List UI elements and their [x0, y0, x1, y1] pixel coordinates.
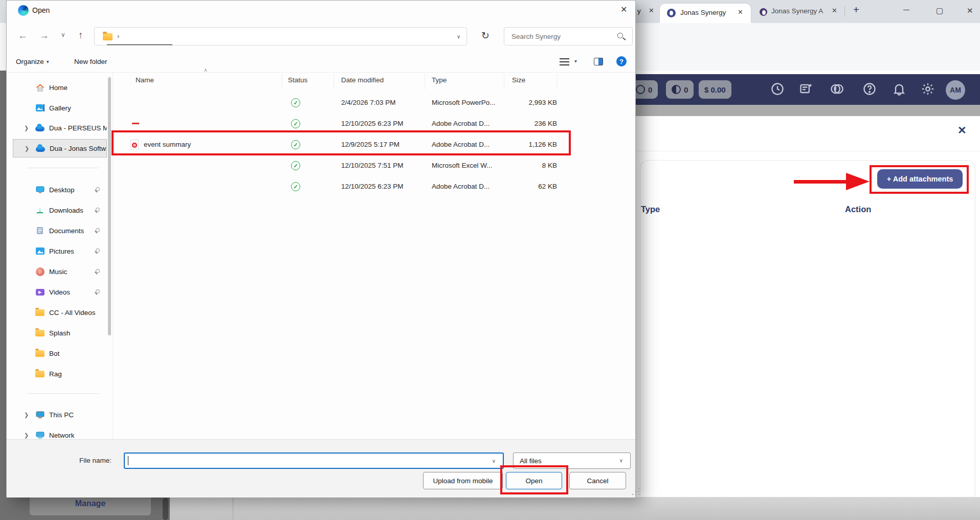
column-status[interactable]: Status — [288, 76, 307, 84]
sort-caret-icon: ˄ — [204, 67, 207, 73]
tab2-label[interactable]: Jonas Synergy A — [771, 7, 823, 15]
window-close-button[interactable]: ✕ — [967, 6, 973, 15]
expand-chevron-icon[interactable]: ❯ — [24, 432, 29, 439]
column-separator[interactable] — [282, 74, 282, 89]
sidebar-item-downloads[interactable]: ↓ Downloads — [13, 201, 107, 219]
sidebar-folder4-label: Rag — [49, 370, 62, 378]
tab-partial-label[interactable]: y — [637, 7, 641, 15]
dialog-help-icon[interactable]: ? — [616, 56, 627, 66]
preview-pane-icon[interactable] — [594, 58, 603, 65]
breadcrumb[interactable]: › ∨ — [94, 27, 467, 46]
money-icon[interactable] — [830, 82, 844, 96]
new-tab-button[interactable]: + — [853, 4, 859, 16]
gear-icon[interactable] — [921, 82, 935, 96]
column-name[interactable]: Name — [136, 76, 154, 84]
header-badge-currency[interactable]: $ 0.00 — [699, 80, 731, 99]
toolbar-divider — [7, 72, 635, 73]
tab1-close-icon[interactable]: ✕ — [738, 8, 743, 16]
window-minimize-button[interactable]: — — [903, 6, 909, 13]
badge2-value: 0 — [684, 85, 688, 94]
sidebar-item-documents[interactable]: Documents — [13, 221, 107, 240]
file-name-dropdown-icon[interactable]: ∨ — [492, 458, 496, 464]
file-name-input[interactable]: ∨ — [124, 453, 504, 469]
sidebar-item-this-pc[interactable]: ❯ This PC — [13, 405, 107, 424]
nav-forward-icon[interactable]: → — [39, 30, 49, 41]
sidebar-item-rag[interactable]: Rag — [13, 365, 107, 383]
file-name-label: File name: — [79, 457, 112, 464]
upload-label: Upload from mobile — [433, 477, 493, 485]
organize-menu[interactable]: Organize ▾ — [16, 58, 49, 65]
breadcrumb-dropdown-icon[interactable]: ∨ — [457, 34, 460, 39]
sidebar-item-pictures[interactable]: Pictures — [13, 242, 107, 260]
clock-icon[interactable] — [770, 82, 785, 96]
sidebar-pictures-label: Pictures — [49, 247, 74, 255]
pin-icon — [95, 248, 100, 254]
column-type[interactable]: Type — [432, 76, 447, 84]
badge1-value: 0 — [648, 85, 652, 94]
sidebar-item-gallery[interactable]: Gallery — [13, 99, 107, 117]
sidebar-item-splash[interactable]: Splash — [13, 324, 107, 342]
upload-from-mobile-button[interactable]: Upload from mobile — [423, 472, 503, 489]
sidebar-item-music[interactable]: ♪ Music — [13, 262, 107, 281]
screen: y ✕ Jonas Synergy ✕ Jonas Synergy A ✕ + … — [0, 0, 980, 520]
file-row[interactable]: ✓ 12/10/2025 6:23 PM Adobe Acrobat D... … — [114, 176, 635, 197]
expand-chevron-icon[interactable]: ❯ — [24, 125, 29, 131]
window-maximize-button[interactable]: ▢ — [936, 6, 943, 15]
videos-icon: ▶ — [35, 287, 44, 297]
file-date: 12/10/2025 6:23 PM — [341, 183, 404, 190]
file-size: 236 KB — [534, 120, 557, 127]
file-row[interactable]: ✓ 12/10/2025 7:51 PM Microsoft Excel W..… — [114, 155, 635, 176]
view-options-caret-icon[interactable]: ▾ — [574, 58, 577, 64]
nav-back-icon[interactable]: ← — [18, 30, 28, 41]
chat-sparkle-icon[interactable] — [799, 82, 813, 96]
onedrive-icon — [35, 123, 44, 132]
music-icon: ♪ — [35, 267, 44, 276]
resize-grip[interactable] — [632, 486, 641, 495]
sidebar-thispc-label: This PC — [49, 411, 74, 419]
sidebar-item-bot[interactable]: Bot — [13, 344, 107, 363]
tab-partial-close-icon[interactable]: ✕ — [649, 7, 654, 14]
nav-recent-chevron-icon[interactable]: ∨ — [61, 31, 65, 38]
organize-caret-icon: ▾ — [47, 59, 49, 64]
avatar-initials: AM — [950, 86, 961, 94]
dialog-search-box[interactable]: Search Synergy — [504, 27, 633, 46]
view-options-icon[interactable] — [560, 58, 569, 65]
nav-up-icon[interactable]: ↑ — [78, 30, 83, 41]
search-icon — [617, 33, 623, 38]
user-avatar[interactable]: AM — [946, 80, 965, 100]
modal-close-icon[interactable]: ✕ — [957, 124, 967, 137]
sidebar-item-onedrive-jonas[interactable]: ❯ Dua - Jonas Softw — [13, 139, 107, 157]
folder-icon — [35, 369, 44, 378]
expand-chevron-icon[interactable]: ❯ — [25, 145, 29, 152]
column-separator[interactable] — [425, 74, 425, 89]
sidebar-scrollbar[interactable] — [108, 77, 111, 335]
sidebar-item-onedrive-perseus[interactable]: ❯ Dua - PERSEUS M — [13, 119, 107, 137]
column-separator[interactable] — [333, 74, 334, 89]
status-check-icon: ✓ — [291, 98, 300, 107]
sidebar-item-home[interactable]: Home — [13, 78, 107, 97]
sidebar-item-cc-all-videos[interactable]: CC - All Videos — [13, 303, 107, 322]
header-badge-2[interactable]: 0 — [666, 80, 694, 99]
column-separator[interactable] — [504, 74, 504, 89]
tab2-close-icon[interactable]: ✕ — [832, 7, 837, 14]
help-icon[interactable] — [862, 82, 877, 96]
refresh-icon[interactable]: ↻ — [481, 30, 489, 41]
sidebar-item-desktop[interactable]: Desktop — [13, 180, 107, 199]
manage-label: Manage — [75, 499, 106, 508]
new-folder-button[interactable]: New folder — [74, 58, 107, 65]
tab-jonas-synergy[interactable]: Jonas Synergy ✕ — [660, 4, 751, 23]
file-row[interactable]: ✓ 2/4/2026 7:03 PM Microsoft PowerPo... … — [114, 93, 635, 114]
column-separator[interactable] — [557, 74, 558, 89]
pin-icon — [95, 187, 100, 192]
highlight-box-open-button — [500, 465, 568, 494]
pin-icon — [95, 269, 100, 274]
sidebar-item-videos[interactable]: ▶ Videos — [13, 283, 107, 301]
tab2-favicon — [760, 8, 767, 16]
bell-icon[interactable] — [892, 82, 906, 96]
dialog-close-icon[interactable]: ✕ — [620, 5, 627, 14]
column-size[interactable]: Size — [512, 76, 525, 84]
expand-chevron-icon[interactable]: ❯ — [24, 412, 29, 418]
tab1-label: Jonas Synergy — [680, 9, 726, 16]
column-date-modified[interactable]: Date modified — [341, 76, 384, 84]
cancel-button[interactable]: Cancel — [569, 472, 626, 489]
